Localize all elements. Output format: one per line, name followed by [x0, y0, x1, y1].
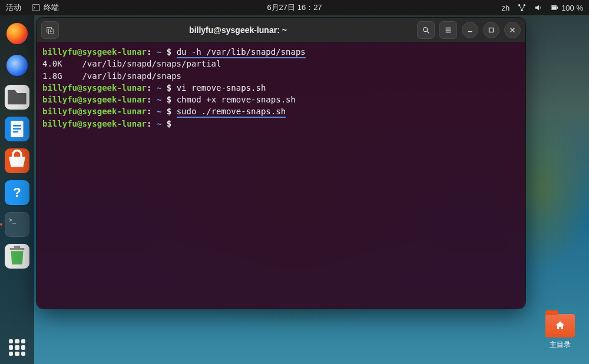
window-titlebar[interactable]: billyfu@sysgeek-lunar: ~: [37, 18, 525, 42]
input-method-indicator[interactable]: zh: [501, 4, 509, 12]
svg-rect-5: [557, 6, 558, 9]
new-tab-button[interactable]: [41, 21, 59, 39]
terminal-small-icon: [32, 4, 40, 12]
svg-point-15: [423, 27, 428, 31]
firefox-icon[interactable]: [5, 21, 29, 46]
search-button[interactable]: [417, 21, 435, 39]
current-app-label: 终端: [44, 2, 59, 13]
hamburger-menu-button[interactable]: [439, 21, 457, 39]
svg-rect-12: [14, 246, 21, 249]
clock[interactable]: 6月27日 16：27: [267, 2, 322, 13]
thunderbird-icon[interactable]: [5, 53, 29, 78]
help-icon[interactable]: ?: [5, 180, 29, 205]
top-panel: 活动 终端 6月27日 16：27 zh 100 %: [0, 0, 589, 15]
terminal-output-area[interactable]: billyfu@sysgeek-lunar: ~ $ du -h /var/li…: [37, 42, 525, 309]
home-icon: [554, 320, 566, 332]
battery-percent: 100 %: [561, 4, 583, 12]
current-app-menu[interactable]: 终端: [32, 2, 59, 13]
files-icon[interactable]: [5, 85, 29, 110]
window-title: billyfu@sysgeek-lunar: ~: [64, 25, 412, 35]
terminal-window: billyfu@sysgeek-lunar: ~ billyfu@sysgeek…: [37, 18, 525, 309]
svg-rect-10: [13, 131, 18, 133]
activities-button[interactable]: 活动: [6, 2, 21, 13]
close-button[interactable]: [504, 22, 521, 38]
maximize-button[interactable]: [483, 22, 499, 38]
desktop-home-folder-label: 主目录: [545, 340, 575, 350]
svg-rect-8: [13, 125, 21, 127]
battery-indicator[interactable]: 100 %: [551, 4, 583, 12]
trash-icon[interactable]: [5, 244, 29, 269]
svg-rect-16: [489, 28, 494, 32]
minimize-button[interactable]: [462, 22, 478, 38]
ubuntu-software-icon[interactable]: [5, 148, 29, 173]
battery-icon: [551, 4, 559, 12]
show-applications-button[interactable]: [9, 339, 25, 356]
network-icon[interactable]: [518, 4, 526, 12]
svg-rect-0: [32, 5, 39, 11]
svg-rect-9: [13, 128, 21, 130]
desktop-home-folder[interactable]: 主目录: [545, 314, 575, 350]
dock: ? >_: [0, 15, 34, 364]
svg-rect-11: [10, 248, 25, 250]
svg-rect-6: [552, 6, 557, 9]
terminal-icon[interactable]: >_: [5, 212, 29, 237]
volume-icon[interactable]: [534, 4, 542, 12]
libreoffice-writer-icon[interactable]: [5, 117, 29, 141]
